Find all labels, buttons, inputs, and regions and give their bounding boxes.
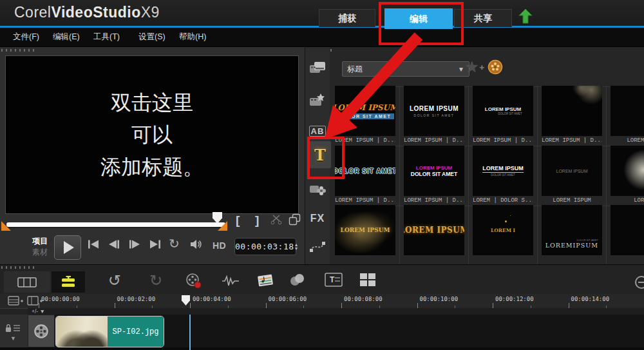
title-template-item[interactable]: LOREM IPSLOREM IP	[611, 86, 644, 145]
template-thumbnail: LOREM IPSUMDOLOR SIT AMET	[473, 146, 533, 196]
preview-title-text: 双击这里可以添加标题。	[100, 86, 204, 183]
title-template-item[interactable]: DOLOR SIT AMETLOREMIPSUM	[542, 205, 602, 255]
track-manager-icon[interactable]	[8, 295, 23, 309]
template-main-text: DOLOR SIT AMET	[335, 168, 395, 175]
panel-grip	[1, 49, 37, 52]
ruler-timestamp: 00:00:00:00	[41, 296, 80, 302]
record-capture-icon[interactable]	[185, 273, 202, 292]
mark-out-button[interactable]: ]	[255, 213, 259, 228]
scrubber-track[interactable]	[6, 222, 225, 227]
redo-icon[interactable]: ↻	[149, 274, 162, 287]
tab-capture[interactable]: 捕获	[319, 9, 375, 27]
preview-video[interactable]: 双击这里可以添加标题。	[5, 55, 299, 214]
template-thumbnail: LOREM IPSUMDOLOR SIT AMET	[404, 146, 464, 196]
timeline-clip[interactable]: SP-I02.jpg	[55, 316, 164, 347]
audio-wave-icon[interactable]	[222, 275, 240, 289]
mode-project-label[interactable]: 项目	[32, 236, 48, 247]
ruler-timestamp: 00:00:08:00	[344, 296, 383, 302]
title-t-label: T	[314, 146, 326, 164]
menu-item-2[interactable]: 工具(T)	[93, 32, 120, 43]
title-template-item[interactable]: LOREM IPSUM	[335, 205, 395, 255]
title-template-item[interactable]: LOREM IPSUMDOLOR SIT AMETLOREM IPSUM | D…	[404, 146, 464, 205]
template-thumbnail: LOREM IPSUM	[542, 146, 602, 196]
timecode-spinner[interactable]: ▲▼	[294, 243, 299, 251]
panel-grip	[1, 266, 37, 269]
video-track-header[interactable]	[28, 315, 55, 347]
rail-title-icon[interactable]: T	[309, 141, 331, 168]
tab-edit[interactable]: 编辑	[384, 8, 453, 29]
subtitle-editor-icon[interactable]: T	[325, 273, 343, 289]
title-template-gallery: LOREM IPSUMDOLOR SIT AMETLOREM IPSUM | D…	[335, 86, 644, 264]
go-start-button[interactable]	[86, 239, 100, 252]
rail-graphic-icon[interactable]	[307, 179, 328, 199]
trim-handle-end[interactable]	[218, 221, 227, 231]
plus-minus-toggle[interactable]: +/- ▼	[32, 308, 45, 315]
rail-transition-icon[interactable]: AB	[307, 121, 328, 141]
ruler-tick	[569, 303, 569, 308]
title-template-item[interactable]: LOREM IPSUM | D...	[542, 86, 602, 145]
title-template-item[interactable]: LOREM IPSUM	[404, 205, 464, 255]
storyboard-view-button[interactable]	[4, 271, 50, 293]
title-template-item[interactable]: DOLOR SIT AMETLOREM IPSUM | D...	[335, 146, 395, 205]
app-window: CorelVideoStudioX9 文件(F)编辑(E)工具(T)设置(S)帮…	[0, 0, 644, 350]
timeline-ruler[interactable]: 00:00:00:0000:00:02:0000:00:04:0000:00:0…	[0, 294, 644, 309]
go-end-button[interactable]	[148, 239, 162, 252]
rail-motion-path-icon[interactable]	[307, 237, 328, 257]
add-to-favorites-icon[interactable]: ★+	[465, 59, 482, 75]
title-template-item[interactable]: LOREM IPSUMDOLOR SIT AMETLOREM IPSUM | D…	[473, 86, 533, 145]
repeat-button[interactable]: ↻	[169, 237, 180, 250]
volume-icon[interactable]	[189, 239, 204, 252]
title-template-item[interactable]: LORELORE	[611, 146, 644, 205]
tab-share[interactable]: 共享	[454, 9, 512, 27]
mode-clip-label[interactable]: 素材	[32, 247, 48, 258]
enlarge-preview-icon[interactable]	[289, 213, 301, 228]
timecode-value: 00:00:03:18	[235, 242, 294, 251]
title-template-item[interactable]: LOREM	[611, 205, 644, 255]
track-collapse-arrow-icon[interactable]: ▼	[10, 335, 16, 342]
menu-item-0[interactable]: 文件(F)	[13, 32, 39, 43]
mark-in-button[interactable]: [	[236, 213, 240, 228]
menu-item-3[interactable]: 设置(S)	[138, 32, 166, 43]
playhead-line[interactable]	[189, 315, 191, 350]
title-template-item[interactable]: LOREM I	[473, 205, 533, 255]
mixed-view-icon[interactable]	[359, 273, 376, 289]
play-button[interactable]	[54, 235, 81, 260]
add-track-icon[interactable]	[27, 295, 43, 309]
ruler-tick	[493, 303, 493, 308]
gallery-category-value: 标题	[347, 64, 458, 75]
title-template-item[interactable]: LOREM IPSUMLOREM ISPUM	[542, 146, 602, 205]
next-frame-button[interactable]	[128, 239, 142, 252]
timeline-view-button[interactable]	[52, 271, 85, 293]
rail-filter-icon[interactable]: FX	[307, 208, 328, 229]
music-score-icon[interactable]	[256, 273, 274, 291]
trim-handle-start[interactable]	[1, 221, 11, 231]
title-template-item[interactable]: LOREM IPSUMDOLOR SIT AMETLOREM IPSUM | D…	[335, 86, 395, 145]
rail-instant-project-icon[interactable]	[307, 90, 328, 110]
template-caption: LOREM IP	[611, 137, 644, 145]
previous-frame-button[interactable]	[107, 239, 121, 252]
timecode-box[interactable]: 00:00:03:18 ▲▼	[234, 238, 296, 255]
menu-item-4[interactable]: 帮助(H)	[179, 32, 206, 43]
title-template-item[interactable]: LOREM IPSUMDOLOR SIT AMETLOREM IPSUM | D…	[404, 86, 464, 145]
split-clip-scissors-icon[interactable]	[270, 214, 282, 228]
ruler-tick	[115, 303, 115, 308]
hd-preview-button[interactable]: HD	[213, 240, 226, 251]
gallery-category-dropdown[interactable]: 标题 ▼	[342, 61, 469, 77]
track-lock-icon[interactable]	[5, 322, 23, 336]
template-thumbnail: LOREM IPSUMDOLOR SIT AMET	[473, 86, 533, 136]
ruler-timestamp: 00:00:12:00	[495, 296, 534, 302]
template-main-text: LOREM I	[491, 228, 515, 233]
logo-version: X9	[141, 4, 160, 21]
library-panel: AB T FX 标题 ▼ ★+ LOREM IPSUMDOLOR SIT AME…	[305, 47, 644, 264]
zoom-out-icon[interactable]	[634, 275, 644, 292]
template-main-text: LOREM IPSUM	[485, 106, 521, 112]
template-thumbnail: LOREM IPSUMDOLOR SIT AMET	[335, 86, 395, 136]
menu-bar: 文件(F)编辑(E)工具(T)设置(S)帮助(H)	[0, 28, 644, 47]
menu-item-1[interactable]: 编辑(E)	[53, 32, 80, 43]
sound-mixer-icon[interactable]	[289, 273, 307, 289]
title-template-item[interactable]: LOREM IPSUMDOLOR SIT AMETLOREM | DOLOR S…	[473, 146, 533, 205]
rail-media-icon[interactable]	[307, 57, 328, 78]
upload-arrow-icon[interactable]	[519, 8, 532, 28]
undo-icon[interactable]: ↺	[108, 274, 121, 287]
browse-media-icon[interactable]	[488, 59, 503, 77]
